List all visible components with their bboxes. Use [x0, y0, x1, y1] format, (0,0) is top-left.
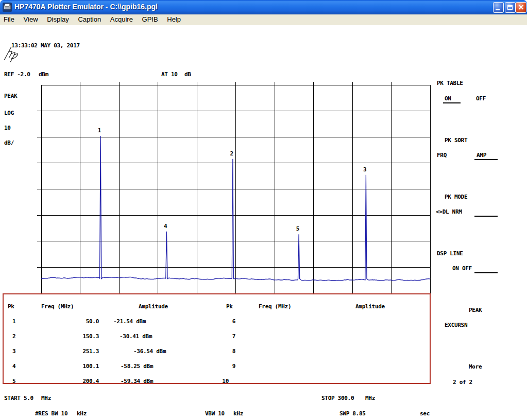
pk-table-on-underline	[443, 102, 461, 103]
peak-marker-3: 3	[363, 166, 367, 173]
dsp-line-label: DSP LINE	[437, 251, 463, 256]
pk-sort-frq-option: FRQ	[437, 152, 447, 158]
pk-table-off-option: OFF	[476, 96, 486, 101]
attenuation-label: AT 10	[161, 72, 178, 77]
header-freq-right: Freq (MHz)	[259, 304, 291, 309]
pk-10-num: 10	[212, 378, 229, 384]
pk-6-num: 6	[212, 319, 235, 324]
hp-logo-icon	[1, 45, 23, 64]
pk-9-num: 9	[212, 363, 235, 369]
pk-3-num: 3	[12, 348, 15, 354]
scale-type-label: LOG	[4, 110, 14, 116]
close-button[interactable]: ✕	[516, 2, 526, 13]
vbw-label: VBW 10	[205, 411, 225, 416]
pk-table-label: PK TABLE	[437, 80, 463, 86]
pk-sort-amp-option: AMP	[477, 152, 486, 158]
scale-value-label: 10	[4, 125, 11, 131]
scale-unit-label: dB/	[4, 140, 14, 146]
peak-excursn-label-line2: EXCURSN	[445, 322, 467, 328]
sweep-time-unit: sec	[420, 411, 430, 416]
page-indicator: 2 of 2	[453, 379, 472, 385]
dl-nrm-label: <>DL NRM	[436, 209, 462, 215]
stop-freq-unit: MHz	[365, 395, 375, 401]
pk-7-num: 7	[212, 334, 235, 339]
res-bw-label: #RES BW 10	[35, 411, 67, 416]
header-freq-left: Freq (MHz)	[41, 304, 74, 309]
maximize-icon	[507, 5, 513, 10]
pk-table-on-option: ON	[445, 96, 451, 101]
header-amp-left: Amplitude	[139, 304, 168, 309]
pk-5-freq: 200.4	[70, 378, 99, 384]
peak-table: Pk Freq (MHz) Amplitude Pk Freq (MHz) Am…	[3, 293, 431, 384]
start-freq-unit: MHz	[41, 395, 51, 401]
table-row: 5 200.4 -59.34 dBm 10	[4, 378, 430, 384]
menu-view[interactable]: View	[20, 14, 42, 23]
peak-marker-1: 1	[98, 127, 101, 134]
pk-2-amp: -30.41 dBm	[120, 334, 152, 339]
window-title: HP7470A Plotter Emulator - C:\\gpib16.pg…	[14, 3, 158, 11]
header-amp-right: Amplitude	[355, 304, 385, 309]
peak-table-header-row: Pk Freq (MHz) Amplitude Pk Freq (MHz) Am…	[4, 304, 430, 309]
pk-4-amp: -58.25 dBm	[121, 363, 153, 369]
menu-caption[interactable]: Caption	[74, 14, 105, 23]
peak-marker-2: 2	[230, 150, 234, 157]
menu-gpib[interactable]: GPIB	[139, 14, 162, 23]
pk-5-amp: -59.34 dBm	[121, 378, 153, 384]
table-row: 4 100.1 -58.25 dBm 9	[4, 363, 430, 369]
peak-excursn-label-line1: PEAK	[469, 307, 482, 313]
table-row: 1 50.0 -21.54 dBm 6	[4, 319, 430, 324]
res-bw-unit: kHz	[77, 411, 87, 416]
detector-mode-label: PEAK	[4, 93, 17, 99]
pk-1-amp: -21.54 dBm	[113, 319, 146, 324]
app-icon	[3, 3, 12, 12]
table-row: 2 150.3 -30.41 dBm 7	[4, 334, 430, 339]
menu-file[interactable]: File	[0, 14, 18, 23]
pk-3-freq: 251.3	[70, 348, 99, 354]
minimize-button[interactable]	[493, 2, 504, 13]
title-bar[interactable]: HP7470A Plotter Emulator - C:\\gpib16.pg…	[0, 0, 527, 14]
pk-sort-label: PK SORT	[445, 137, 467, 143]
pk-5-num: 5	[12, 378, 15, 384]
app-window: HP7470A Plotter Emulator - C:\\gpib16.pg…	[0, 0, 527, 420]
spectrum-plot: 14253	[36, 79, 438, 297]
header-pk-right: Pk	[226, 304, 233, 309]
menu-bar: File View Display Caption Acquire GPIB H…	[0, 14, 527, 25]
dsp-line-underline	[474, 272, 498, 273]
menu-display[interactable]: Display	[43, 14, 73, 23]
ref-level-label: REF -2.0	[4, 72, 30, 77]
pk-sort-amp-underline	[474, 159, 498, 160]
pk-1-num: 1	[12, 319, 15, 324]
maximize-button[interactable]	[505, 2, 516, 13]
pk-2-num: 2	[12, 334, 15, 339]
pk-4-num: 4	[12, 363, 15, 369]
pk-2-freq: 150.3	[70, 334, 99, 339]
peak-marker-4: 4	[164, 223, 167, 230]
pk-1-freq: 50.0	[70, 319, 99, 324]
stop-freq-label: STOP 300.0	[321, 395, 354, 401]
pk-mode-label: PK MODE	[445, 194, 467, 200]
ref-level-unit: dBm	[39, 72, 48, 77]
sweep-time-label: SWP 8.85	[339, 411, 366, 416]
pk-8-num: 8	[212, 348, 235, 354]
menu-help[interactable]: Help	[163, 14, 184, 23]
header-pk-left: Pk	[8, 304, 14, 309]
close-icon: ✕	[518, 3, 524, 11]
table-row: 3 251.3 -36.54 dBm 8	[4, 348, 430, 354]
minimize-icon	[496, 9, 500, 10]
start-freq-label: START 5.0	[4, 395, 33, 401]
menu-acquire[interactable]: Acquire	[107, 14, 137, 23]
more-label: More	[469, 364, 482, 370]
vbw-unit: kHz	[233, 411, 243, 416]
pk-3-amp: -36.54 dBm	[133, 348, 166, 354]
dl-nrm-underline	[474, 216, 498, 217]
dsp-line-on-off-option: ON OFF	[452, 266, 472, 271]
attenuation-unit: dB	[184, 72, 191, 77]
pk-4-freq: 100.1	[70, 363, 99, 369]
peak-marker-5: 5	[296, 225, 300, 232]
